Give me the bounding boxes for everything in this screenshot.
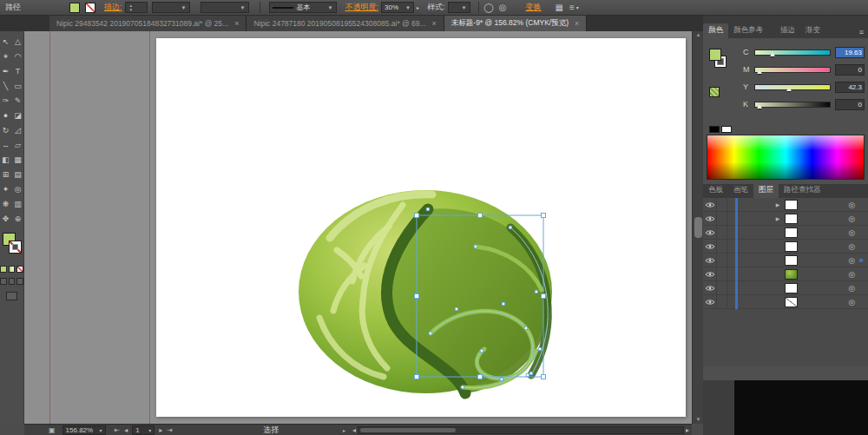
tool-button[interactable]: ↻ — [0, 122, 12, 137]
tool-button[interactable]: T — [12, 63, 24, 78]
tool-button[interactable]: ⊕ — [12, 211, 24, 226]
fill-color-swatch[interactable] — [69, 3, 80, 13]
fill-proxy-swatch[interactable] — [709, 49, 721, 61]
target-circle-icon[interactable]: ◎ — [848, 298, 859, 306]
panel-menu-icon[interactable]: ≡ — [855, 28, 868, 38]
target-circle-icon[interactable]: ◎ — [848, 270, 859, 279]
next-artboard-icon[interactable]: ▸ — [159, 426, 162, 434]
scroll-right-icon[interactable]: ▸ — [686, 426, 689, 434]
target-circle-icon[interactable]: ◎ — [848, 242, 859, 251]
screen-mode-button[interactable] — [6, 292, 17, 300]
tool-button[interactable]: ✑ — [0, 93, 12, 108]
lock-cell[interactable] — [717, 281, 727, 295]
tab-layers[interactable]: 图层 — [753, 183, 779, 198]
tab-color-guide[interactable]: 颜色参考 — [728, 23, 768, 38]
tool-button[interactable]: ↔ — [0, 137, 12, 152]
close-tab-icon[interactable]: × — [432, 19, 437, 28]
color-spectrum-bar[interactable] — [707, 135, 865, 180]
tab-pathfinder[interactable]: 路径查找器 — [779, 183, 826, 198]
tool-button[interactable]: ● — [0, 108, 12, 122]
layer-row-5-selected[interactable]: ◎ ■ — [703, 254, 868, 267]
layer-row-2[interactable]: ▶ ◎ ■ — [703, 212, 868, 226]
target-circle-icon[interactable]: ◎ — [848, 201, 859, 209]
stroke-style-dropdown[interactable]: 基本 ▼ — [269, 2, 337, 13]
visibility-eye-icon[interactable] — [703, 254, 717, 267]
scroll-left-icon[interactable]: ◂ — [352, 426, 356, 434]
tool-button[interactable]: ▥ — [12, 196, 24, 211]
visibility-eye-icon[interactable] — [703, 281, 717, 295]
artwork-cabbage[interactable] — [24, 31, 692, 424]
layer-row-6[interactable]: ◎ ■ — [703, 267, 868, 281]
target-circle-icon[interactable]: ◎ — [848, 256, 859, 265]
tool-button[interactable]: ◪ — [12, 108, 24, 122]
recolor-artwork-icon[interactable]: ◯ — [484, 3, 494, 12]
tool-button[interactable]: ▱ — [12, 137, 24, 152]
lock-cell[interactable] — [717, 295, 727, 309]
lock-cell[interactable] — [717, 267, 727, 281]
tool-button[interactable]: ◿ — [12, 122, 24, 137]
document-tab-3-active[interactable]: 未标题-9* @ 156.82% (CMYK/预览) × — [444, 16, 587, 31]
tool-button[interactable]: ◧ — [0, 152, 12, 167]
tool-button[interactable]: ❋ — [0, 196, 12, 211]
tool-button[interactable]: ✦ — [0, 181, 12, 196]
layer-row-8[interactable]: ◎ ■ — [703, 295, 868, 309]
stroke-label[interactable]: 描边: — [104, 2, 122, 13]
opacity-value-field[interactable]: 30% ▼ — [381, 2, 414, 13]
black-swatch[interactable] — [709, 126, 720, 133]
black-slider[interactable] — [754, 102, 831, 108]
color-button[interactable] — [0, 266, 7, 273]
flyout-arrow-icon[interactable]: ▸ — [417, 4, 419, 10]
layer-thumbnail[interactable] — [785, 200, 798, 210]
visibility-eye-icon[interactable] — [703, 267, 717, 281]
canvas-area[interactable] — [24, 31, 692, 424]
layer-thumbnail[interactable] — [785, 241, 798, 252]
layer-thumbnail[interactable] — [785, 227, 798, 238]
draw-behind-button[interactable] — [9, 278, 16, 285]
dropdown-arrow-icon[interactable]: ▾ — [576, 4, 579, 10]
draw-inside-button[interactable] — [16, 278, 23, 285]
control-menu-icon[interactable]: ≡ — [569, 3, 575, 12]
document-tab-2[interactable]: Nipic 24787180 20190508195524308085.ai* … — [247, 16, 444, 31]
visibility-eye-icon[interactable] — [703, 226, 717, 240]
tool-button[interactable]: ✎ — [12, 93, 24, 108]
tool-button[interactable]: ◠ — [12, 49, 24, 63]
gradient-button[interactable] — [9, 266, 16, 273]
close-tab-icon[interactable]: × — [575, 19, 579, 28]
magenta-value-field[interactable]: 0 — [835, 64, 865, 76]
document-tab-1[interactable]: Nipic 29483542 20190705184832731089.ai* … — [49, 16, 247, 31]
stroke-proxy-swatch[interactable] — [9, 241, 22, 254]
black-value-field[interactable]: 0 — [835, 99, 865, 110]
expand-arrow-icon[interactable]: ▶ — [773, 201, 783, 208]
yellow-value-field[interactable]: 42.3 — [835, 82, 865, 93]
close-tab-icon[interactable]: × — [234, 19, 239, 28]
layer-thumbnail[interactable] — [785, 283, 798, 293]
slider-thumb[interactable] — [786, 87, 792, 91]
target-circle-icon[interactable]: ◎ — [848, 214, 859, 223]
document-icon[interactable]: ▣ — [49, 426, 56, 434]
layer-thumbnail-leaf[interactable] — [785, 269, 798, 280]
opacity-mask-icon[interactable]: ◎ — [499, 3, 507, 12]
white-swatch[interactable] — [721, 126, 732, 133]
yellow-slider[interactable] — [754, 84, 831, 90]
lock-cell[interactable] — [717, 240, 727, 254]
vertical-scrollbar[interactable]: ▲ ▼ — [692, 31, 703, 424]
first-artboard-icon[interactable]: ⇤ — [115, 426, 121, 434]
pattern-swatch[interactable] — [709, 87, 720, 97]
visibility-eye-icon[interactable] — [703, 295, 717, 309]
layer-row-3[interactable]: ◎ ■ — [703, 226, 868, 240]
tool-button[interactable]: ✒ — [0, 63, 12, 78]
layer-row-1[interactable]: ▶ ◎ ■ — [703, 198, 868, 212]
stepper-arrows-icon[interactable]: ▴▾ — [130, 3, 133, 12]
tab-gradient[interactable]: 渐变 — [800, 23, 825, 38]
layer-thumbnail[interactable] — [785, 255, 798, 266]
opacity-label[interactable]: 不透明度: — [345, 2, 379, 13]
brush-definition-dropdown[interactable]: ▼ — [201, 2, 249, 13]
lock-cell[interactable] — [717, 226, 727, 240]
tool-button[interactable]: △ — [12, 34, 24, 49]
cyan-slider[interactable] — [754, 49, 831, 56]
target-circle-icon[interactable]: ◎ — [848, 228, 859, 237]
tool-button[interactable]: ⊞ — [0, 167, 12, 181]
magenta-slider[interactable] — [754, 67, 831, 73]
last-artboard-icon[interactable]: ⇥ — [167, 426, 173, 434]
target-circle-icon[interactable]: ◎ — [848, 284, 859, 293]
